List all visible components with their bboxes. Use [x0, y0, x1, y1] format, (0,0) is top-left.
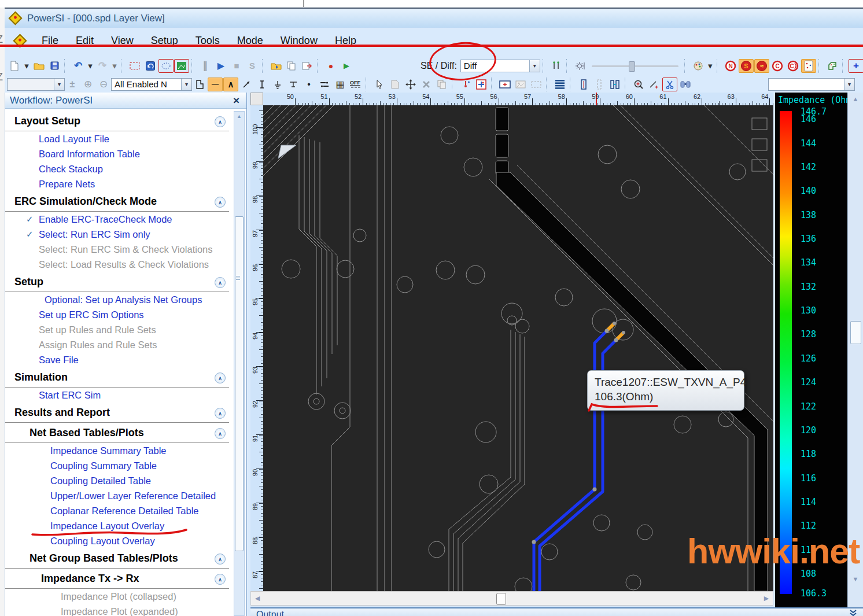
save-file-icon[interactable]	[47, 59, 62, 73]
off-toggle-icon[interactable]: OFF	[348, 78, 363, 91]
wf-item-coupling-detailed-table[interactable]: Coupling Detailed Table	[5, 473, 246, 488]
select-ellipse-icon[interactable]	[158, 59, 174, 73]
ground-symbol-icon[interactable]	[286, 78, 301, 91]
collapse-icon[interactable]: ∧	[215, 554, 226, 565]
scroll-up-icon[interactable]: ▲	[848, 95, 863, 102]
cut-tool-icon[interactable]	[662, 78, 677, 91]
palette-dropdown-icon[interactable]: ▾	[706, 59, 714, 73]
menu-edit[interactable]: Edit	[67, 32, 102, 49]
move-tool-icon[interactable]	[403, 78, 418, 91]
area-shape-icon[interactable]	[825, 59, 840, 73]
scroll-right-icon[interactable]: ▶	[760, 592, 773, 605]
start-green-icon[interactable]: ▶	[339, 59, 354, 73]
find-binoculars-icon[interactable]	[678, 78, 693, 91]
collapse-icon[interactable]: ∧	[215, 116, 226, 127]
measure-add-icon[interactable]	[647, 78, 662, 91]
menu-view[interactable]: View	[102, 32, 142, 49]
collapse-icon[interactable]: ∧	[215, 574, 226, 585]
menu-window[interactable]: Window	[272, 32, 326, 49]
image-disabled-icon[interactable]	[513, 78, 528, 91]
run-sim-icon[interactable]: ▶	[213, 59, 228, 73]
dot-tool-icon[interactable]: •	[301, 78, 316, 91]
circle-plus-icon[interactable]: ⊕	[80, 78, 95, 91]
output-panel-header[interactable]: Output	[250, 607, 863, 616]
previous-view-icon[interactable]	[143, 59, 158, 73]
open-file-icon[interactable]	[31, 59, 46, 73]
wf-item-coplanar-reference-detailed-table[interactable]: Coplanar Reference Detailed Table	[5, 503, 246, 518]
workflow-scrollbar-thumb[interactable]	[235, 216, 244, 551]
test-point-icon[interactable]	[270, 78, 285, 91]
horizontal-scrollbar-thumb[interactable]	[496, 593, 506, 605]
wf-item-board-information-table[interactable]: Board Information Table	[5, 146, 246, 161]
step-sim-icon[interactable]: S	[245, 59, 260, 73]
copy-pages-icon[interactable]	[434, 78, 449, 91]
wf-item-optional-set-up-analysis-net-groups[interactable]: Optional: Set up Analysis Net Groups	[5, 292, 246, 307]
undo-icon[interactable]: ↶	[71, 59, 86, 73]
se-diff-combo[interactable]: Diff▾	[460, 60, 540, 72]
menu-file[interactable]: File	[33, 32, 67, 49]
wf-item-load-layout-file[interactable]: Load Layout File	[5, 131, 246, 146]
layer-combo[interactable]: ▾	[7, 78, 65, 91]
pin-box-icon[interactable]	[474, 78, 489, 91]
vertical-scrollbar-thumb[interactable]	[850, 321, 861, 344]
wf-item-save-file[interactable]: Save File	[5, 352, 246, 367]
copy-workspace-icon[interactable]	[284, 59, 299, 73]
pad-shape-icon[interactable]	[192, 78, 207, 91]
export-workspace-icon[interactable]	[300, 59, 315, 73]
line-segment-icon[interactable]: ─	[208, 78, 223, 91]
collapse-icon[interactable]: ∧	[215, 197, 226, 208]
brightness-icon[interactable]	[573, 59, 588, 73]
close-icon[interactable]: ×	[231, 94, 242, 107]
wf-item-select-run-erc-sim-only[interactable]: ✓Select: Run ERC Sim only	[5, 227, 246, 242]
wf-item-coupling-summary-table[interactable]: Coupling Summary Table	[5, 458, 246, 473]
search-combo-dropdown-icon[interactable]: ▾	[844, 79, 854, 90]
net-card-icon[interactable]	[801, 59, 816, 73]
net-s-icon[interactable]: S	[739, 59, 754, 73]
net-n-icon[interactable]: N	[723, 59, 738, 73]
canvas-vertical-scrollbar[interactable]: ▲ ▼	[847, 93, 863, 607]
wf-item-enable-erc-tracecheck-mode[interactable]: ✓Enable ERC-TraceCheck Mode	[5, 212, 246, 227]
scroll-left-icon[interactable]: ◀	[251, 592, 264, 605]
diagonal-segment-icon[interactable]	[239, 78, 254, 91]
collapse-icon[interactable]: ∧	[215, 277, 226, 288]
pause-sim-icon[interactable]: ∥	[198, 59, 213, 73]
wf-item-check-stackup[interactable]: Check Stackup	[5, 161, 246, 176]
layer-combo-dropdown-icon[interactable]: ▾	[54, 79, 64, 90]
nets-filter-combo-dropdown-icon[interactable]: ▾	[181, 79, 191, 90]
vbar-add-icon[interactable]	[576, 78, 591, 91]
select-rect-icon[interactable]	[127, 59, 142, 73]
layer-plusminus-icon[interactable]: ±	[65, 78, 80, 91]
zoom-area-icon[interactable]	[631, 78, 646, 91]
zoom-in-box-icon[interactable]: +	[849, 59, 863, 73]
wf-item-coupling-layout-overlay[interactable]: Coupling Layout Overlay	[5, 533, 246, 548]
layer-view-canvas[interactable]: Trace1207::ESW_TXVN_A_P4 106.3(Ohm)	[263, 105, 773, 591]
collapse-icon[interactable]: ∧	[215, 372, 226, 383]
capture-image-icon[interactable]	[174, 59, 189, 73]
scroll-down-icon[interactable]: ▼	[848, 576, 863, 582]
menu-help[interactable]: Help	[326, 32, 365, 49]
probe-tool-icon[interactable]	[549, 59, 564, 73]
new-file-icon[interactable]	[7, 59, 22, 73]
brightness-slider[interactable]	[592, 61, 678, 71]
redo-icon[interactable]: ↷	[95, 59, 110, 73]
rect-add-icon[interactable]	[497, 78, 512, 91]
circle-minus-icon[interactable]: ⊖	[96, 78, 111, 91]
collapse-chevron-icon[interactable]	[849, 610, 857, 616]
menu-tools[interactable]: Tools	[187, 32, 228, 49]
nets-filter-combo[interactable]: All Enabled N▾	[111, 78, 192, 91]
pin-add-icon[interactable]	[458, 78, 473, 91]
wf-item-prepare-nets[interactable]: Prepare Nets	[5, 176, 246, 191]
redo-dropdown-icon[interactable]: ▾	[110, 59, 119, 73]
stacked-lines-icon[interactable]	[552, 78, 567, 91]
collapse-icon[interactable]: ∧	[215, 428, 226, 439]
wf-item-upper-lower-layer-reference-detailed[interactable]: Upper/Lower Layer Reference Detailed	[5, 488, 246, 503]
undo-dropdown-icon[interactable]: ▾	[86, 59, 94, 73]
net-c-icon[interactable]: C	[770, 59, 785, 73]
doc-disabled-icon[interactable]	[388, 78, 403, 91]
wf-item-impedance-layout-overlay[interactable]: Impedance Layout Overlay	[5, 518, 246, 533]
menu-mode[interactable]: Mode	[228, 32, 272, 49]
search-combo[interactable]: ▾	[768, 78, 855, 91]
stop-sim-icon[interactable]: ■	[229, 59, 244, 73]
hbars-icon[interactable]	[607, 78, 622, 91]
wf-item-start-erc-sim[interactable]: Start ERC Sim	[5, 388, 246, 403]
